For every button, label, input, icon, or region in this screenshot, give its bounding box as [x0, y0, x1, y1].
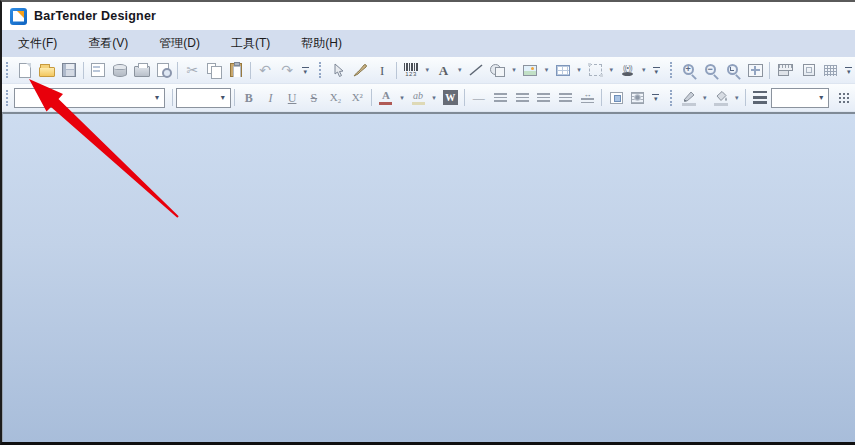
menu-tools[interactable]: 工具(T)	[220, 30, 281, 57]
align-right-button[interactable]	[533, 87, 555, 109]
copy-button[interactable]	[203, 59, 225, 81]
align-center-button[interactable]	[511, 87, 533, 109]
toolbar-options-button[interactable]: ▾	[843, 60, 855, 80]
toolbar-options-arrow-icon: ▾	[654, 96, 658, 101]
highlight-color-button[interactable]: ab	[407, 87, 429, 109]
barcode-dropdown-icon[interactable]: ▾	[422, 59, 432, 81]
rfid-encoder-button[interactable]: ((•))	[617, 59, 639, 81]
layout-frame-icon	[589, 64, 602, 76]
subscript-button[interactable]: X₂	[325, 87, 347, 109]
font-color-button[interactable]: A	[375, 87, 397, 109]
paragraph-shading-button[interactable]	[627, 87, 649, 109]
wrap-width-button[interactable]: ↔	[577, 87, 599, 109]
redo-button[interactable]: ↷	[276, 59, 298, 81]
rfid-disc	[622, 72, 633, 76]
line-style-combobox[interactable]: ▾	[771, 88, 830, 108]
superscript-button[interactable]: X²	[346, 87, 368, 109]
toolbar-grip[interactable]	[670, 62, 674, 78]
separator	[234, 89, 235, 106]
zoom-in-button[interactable]: +	[678, 59, 700, 81]
copy-icon	[207, 63, 216, 74]
fill-color-button[interactable]	[710, 87, 732, 109]
toolbar-grip[interactable]	[6, 90, 10, 106]
zoom-fit-button[interactable]	[744, 59, 766, 81]
menu-view[interactable]: 查看(V)	[77, 30, 139, 57]
edit-text-button[interactable]: I	[371, 59, 393, 81]
fill-color-dropdown-icon[interactable]: ▾	[732, 87, 742, 109]
toolbar-grip[interactable]	[670, 90, 674, 106]
object-boundaries-button[interactable]	[798, 59, 820, 81]
standard-toolbar: ✂ ↶ ↷ ▾ I 123 ▾ A ▾ ▾ ▾ ▾ ▾ ((•)	[2, 57, 855, 84]
line-pattern-button[interactable]	[833, 87, 855, 109]
shape-dropdown-icon[interactable]: ▾	[509, 59, 519, 81]
line-weight-button[interactable]	[749, 87, 771, 109]
line-color-dropdown-icon[interactable]: ▾	[700, 87, 710, 109]
separator	[769, 62, 770, 79]
auto-size-button[interactable]	[605, 87, 627, 109]
new-document-button[interactable]	[14, 59, 36, 81]
layout-grid-dropdown-icon[interactable]: ▾	[606, 59, 616, 81]
rfid-dropdown-icon[interactable]: ▾	[638, 59, 648, 81]
toolbar-grip[interactable]	[319, 62, 323, 78]
strikethrough-button[interactable]: S	[303, 87, 325, 109]
create-line-button[interactable]	[465, 59, 487, 81]
grid-icon	[824, 65, 837, 76]
toggle-grid-button[interactable]	[820, 59, 842, 81]
undo-button[interactable]: ↶	[254, 59, 276, 81]
toolbar-options-button[interactable]: ▾	[650, 88, 662, 108]
italic-button[interactable]: I	[260, 87, 282, 109]
separator	[83, 62, 84, 79]
create-barcode-button[interactable]: 123	[400, 59, 422, 81]
picture-dropdown-icon[interactable]: ▾	[541, 59, 551, 81]
auto-size-icon	[610, 92, 623, 104]
paste-button[interactable]	[225, 59, 247, 81]
text-dropdown-icon[interactable]: ▾	[454, 59, 464, 81]
select-pointer-icon	[332, 63, 345, 78]
table-dropdown-icon[interactable]: ▾	[574, 59, 584, 81]
rfid-icon: ((•))	[622, 64, 633, 76]
toolbar-options-arrow-icon: ▾	[303, 69, 307, 74]
font-name-dropdown-icon[interactable]: ▾	[150, 89, 164, 107]
format-painter-button[interactable]	[349, 59, 371, 81]
cut-button[interactable]: ✂	[181, 59, 203, 81]
line-style-dropdown-icon[interactable]: ▾	[814, 89, 828, 107]
save-button[interactable]	[58, 59, 80, 81]
zoom-previous-button[interactable]	[722, 59, 744, 81]
toolbar-grip[interactable]	[6, 62, 10, 78]
design-canvas[interactable]	[2, 112, 855, 442]
layout-grid-button[interactable]	[584, 59, 606, 81]
print-button[interactable]	[131, 59, 153, 81]
bold-button[interactable]: B	[238, 87, 260, 109]
create-text-button[interactable]: A	[433, 59, 455, 81]
justify-button[interactable]	[555, 87, 577, 109]
dash-button[interactable]: —	[468, 87, 490, 109]
menu-file[interactable]: 文件(F)	[7, 30, 68, 57]
insert-table-button[interactable]	[552, 59, 574, 81]
underline-button[interactable]: U	[281, 87, 303, 109]
boundaries-icon	[803, 64, 815, 76]
insert-picture-button[interactable]	[519, 59, 541, 81]
zoom-out-button[interactable]: −	[700, 59, 722, 81]
line-color-button[interactable]	[678, 87, 700, 109]
word-wrap-button[interactable]: W	[439, 87, 461, 109]
font-name-combobox[interactable]: ▾	[14, 88, 165, 108]
print-preview-button[interactable]	[152, 59, 174, 81]
separator	[601, 89, 602, 106]
highlight-dropdown-icon[interactable]: ▾	[429, 87, 439, 109]
font-size-dropdown-icon[interactable]: ▾	[216, 89, 230, 107]
page-setup-button[interactable]	[87, 59, 109, 81]
toggle-rulers-button[interactable]	[773, 59, 798, 81]
select-pointer-button[interactable]	[327, 59, 349, 81]
font-color-dropdown-icon[interactable]: ▾	[397, 87, 407, 109]
align-left-button[interactable]	[490, 87, 512, 109]
open-file-button[interactable]	[36, 59, 58, 81]
menu-manage[interactable]: 管理(D)	[148, 30, 211, 57]
database-connection-button[interactable]	[109, 59, 131, 81]
toolbar-options-button[interactable]: ▾	[650, 60, 662, 80]
separator	[250, 62, 251, 79]
line-icon	[469, 64, 483, 76]
font-size-combobox[interactable]: ▾	[176, 88, 231, 108]
create-shape-button[interactable]	[487, 59, 509, 81]
menu-help[interactable]: 帮助(H)	[290, 30, 353, 57]
toolbar-options-button[interactable]: ▾	[299, 60, 311, 80]
